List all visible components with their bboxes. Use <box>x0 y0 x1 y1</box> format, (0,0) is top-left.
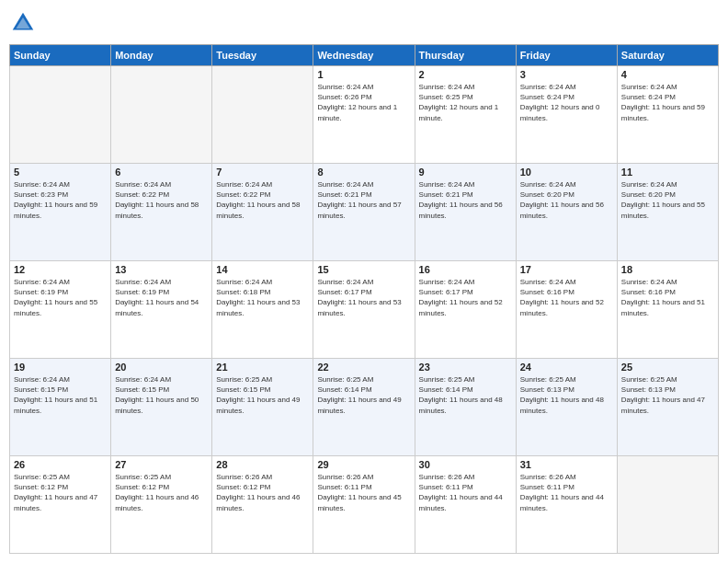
day-number: 31 <box>520 459 613 470</box>
calendar-header-friday: Friday <box>516 45 617 66</box>
calendar-cell: 23Sunrise: 6:25 AMSunset: 6:14 PMDayligh… <box>415 359 516 456</box>
day-number: 11 <box>621 167 714 178</box>
day-number: 13 <box>115 264 208 275</box>
calendar-week-row: 26Sunrise: 6:25 AMSunset: 6:12 PMDayligh… <box>10 456 719 554</box>
day-number: 14 <box>216 264 309 275</box>
day-number: 1 <box>317 69 410 80</box>
day-info: Sunrise: 6:24 AMSunset: 6:19 PMDaylight:… <box>115 277 208 318</box>
day-info: Sunrise: 6:26 AMSunset: 6:12 PMDaylight:… <box>216 472 309 513</box>
day-number: 23 <box>419 362 512 373</box>
day-info: Sunrise: 6:24 AMSunset: 6:20 PMDaylight:… <box>621 179 714 221</box>
day-number: 15 <box>317 264 410 275</box>
day-info: Sunrise: 6:24 AMSunset: 6:16 PMDaylight:… <box>520 277 613 318</box>
calendar-cell: 26Sunrise: 6:25 AMSunset: 6:12 PMDayligh… <box>10 456 111 554</box>
calendar-cell: 31Sunrise: 6:26 AMSunset: 6:11 PMDayligh… <box>516 456 617 554</box>
calendar: SundayMondayTuesdayWednesdayThursdayFrid… <box>9 44 719 554</box>
calendar-cell: 10Sunrise: 6:24 AMSunset: 6:20 PMDayligh… <box>516 164 617 261</box>
day-number: 20 <box>115 362 208 373</box>
day-info: Sunrise: 6:24 AMSunset: 6:21 PMDaylight:… <box>317 179 410 221</box>
day-info: Sunrise: 6:25 AMSunset: 6:14 PMDaylight:… <box>317 374 410 416</box>
calendar-cell: 16Sunrise: 6:24 AMSunset: 6:17 PMDayligh… <box>415 261 516 359</box>
calendar-cell: 29Sunrise: 6:26 AMSunset: 6:11 PMDayligh… <box>313 456 415 554</box>
day-info: Sunrise: 6:26 AMSunset: 6:11 PMDaylight:… <box>317 472 410 513</box>
calendar-cell: 30Sunrise: 6:26 AMSunset: 6:11 PMDayligh… <box>415 456 516 554</box>
day-number: 25 <box>621 362 714 373</box>
calendar-cell <box>10 66 111 164</box>
calendar-cell <box>617 456 718 554</box>
calendar-header-monday: Monday <box>111 45 212 66</box>
calendar-cell: 19Sunrise: 6:24 AMSunset: 6:15 PMDayligh… <box>10 359 111 456</box>
day-info: Sunrise: 6:25 AMSunset: 6:13 PMDaylight:… <box>520 374 613 416</box>
day-number: 30 <box>419 459 512 470</box>
calendar-header-row: SundayMondayTuesdayWednesdayThursdayFrid… <box>10 45 719 66</box>
calendar-week-row: 12Sunrise: 6:24 AMSunset: 6:19 PMDayligh… <box>10 261 719 359</box>
day-number: 5 <box>14 167 107 178</box>
calendar-cell: 24Sunrise: 6:25 AMSunset: 6:13 PMDayligh… <box>516 359 617 456</box>
day-number: 28 <box>216 459 309 470</box>
day-info: Sunrise: 6:25 AMSunset: 6:14 PMDaylight:… <box>419 374 512 416</box>
calendar-week-row: 5Sunrise: 6:24 AMSunset: 6:23 PMDaylight… <box>10 164 719 261</box>
calendar-cell: 15Sunrise: 6:24 AMSunset: 6:17 PMDayligh… <box>313 261 415 359</box>
day-info: Sunrise: 6:24 AMSunset: 6:16 PMDaylight:… <box>621 277 714 318</box>
day-number: 29 <box>317 459 410 470</box>
day-info: Sunrise: 6:25 AMSunset: 6:13 PMDaylight:… <box>621 374 714 416</box>
calendar-cell: 27Sunrise: 6:25 AMSunset: 6:12 PMDayligh… <box>111 456 212 554</box>
day-info: Sunrise: 6:26 AMSunset: 6:11 PMDaylight:… <box>520 472 613 513</box>
day-number: 21 <box>216 362 309 373</box>
day-number: 16 <box>419 264 512 275</box>
day-number: 10 <box>520 167 613 178</box>
calendar-cell: 18Sunrise: 6:24 AMSunset: 6:16 PMDayligh… <box>617 261 718 359</box>
calendar-header-tuesday: Tuesday <box>212 45 313 66</box>
day-info: Sunrise: 6:24 AMSunset: 6:15 PMDaylight:… <box>14 374 107 416</box>
calendar-cell <box>212 66 313 164</box>
day-number: 27 <box>115 459 208 470</box>
calendar-cell: 7Sunrise: 6:24 AMSunset: 6:22 PMDaylight… <box>212 164 313 261</box>
day-info: Sunrise: 6:24 AMSunset: 6:17 PMDaylight:… <box>317 277 410 318</box>
calendar-cell: 21Sunrise: 6:25 AMSunset: 6:15 PMDayligh… <box>212 359 313 456</box>
calendar-cell: 6Sunrise: 6:24 AMSunset: 6:22 PMDaylight… <box>111 164 212 261</box>
logo <box>9 9 39 37</box>
day-info: Sunrise: 6:24 AMSunset: 6:15 PMDaylight:… <box>115 374 208 416</box>
calendar-header-saturday: Saturday <box>617 45 718 66</box>
day-number: 9 <box>419 167 512 178</box>
day-number: 19 <box>14 362 107 373</box>
day-info: Sunrise: 6:24 AMSunset: 6:18 PMDaylight:… <box>216 277 309 318</box>
day-info: Sunrise: 6:24 AMSunset: 6:25 PMDaylight:… <box>419 82 512 123</box>
calendar-header-thursday: Thursday <box>415 45 516 66</box>
day-number: 12 <box>14 264 107 275</box>
logo-icon <box>9 9 37 37</box>
calendar-cell <box>111 66 212 164</box>
calendar-cell: 28Sunrise: 6:26 AMSunset: 6:12 PMDayligh… <box>212 456 313 554</box>
day-info: Sunrise: 6:24 AMSunset: 6:22 PMDaylight:… <box>216 179 309 221</box>
day-number: 2 <box>419 69 512 80</box>
calendar-week-row: 1Sunrise: 6:24 AMSunset: 6:26 PMDaylight… <box>10 66 719 164</box>
calendar-cell: 11Sunrise: 6:24 AMSunset: 6:20 PMDayligh… <box>617 164 718 261</box>
calendar-cell: 22Sunrise: 6:25 AMSunset: 6:14 PMDayligh… <box>313 359 415 456</box>
calendar-cell: 14Sunrise: 6:24 AMSunset: 6:18 PMDayligh… <box>212 261 313 359</box>
calendar-header-sunday: Sunday <box>10 45 111 66</box>
calendar-cell: 25Sunrise: 6:25 AMSunset: 6:13 PMDayligh… <box>617 359 718 456</box>
day-info: Sunrise: 6:26 AMSunset: 6:11 PMDaylight:… <box>419 472 512 513</box>
day-info: Sunrise: 6:24 AMSunset: 6:22 PMDaylight:… <box>115 179 208 221</box>
day-number: 24 <box>520 362 613 373</box>
day-info: Sunrise: 6:24 AMSunset: 6:26 PMDaylight:… <box>317 82 410 123</box>
header <box>9 9 719 37</box>
day-info: Sunrise: 6:24 AMSunset: 6:20 PMDaylight:… <box>520 179 613 221</box>
calendar-body: 1Sunrise: 6:24 AMSunset: 6:26 PMDaylight… <box>10 66 719 554</box>
day-number: 17 <box>520 264 613 275</box>
day-number: 6 <box>115 167 208 178</box>
day-info: Sunrise: 6:24 AMSunset: 6:19 PMDaylight:… <box>14 277 107 318</box>
day-info: Sunrise: 6:25 AMSunset: 6:12 PMDaylight:… <box>14 472 107 513</box>
calendar-cell: 2Sunrise: 6:24 AMSunset: 6:25 PMDaylight… <box>415 66 516 164</box>
calendar-cell: 8Sunrise: 6:24 AMSunset: 6:21 PMDaylight… <box>313 164 415 261</box>
calendar-header-wednesday: Wednesday <box>313 45 415 66</box>
day-info: Sunrise: 6:24 AMSunset: 6:24 PMDaylight:… <box>520 82 613 123</box>
day-number: 18 <box>621 264 714 275</box>
calendar-cell: 1Sunrise: 6:24 AMSunset: 6:26 PMDaylight… <box>313 66 415 164</box>
day-number: 7 <box>216 167 309 178</box>
day-info: Sunrise: 6:24 AMSunset: 6:21 PMDaylight:… <box>419 179 512 221</box>
calendar-cell: 5Sunrise: 6:24 AMSunset: 6:23 PMDaylight… <box>10 164 111 261</box>
calendar-cell: 3Sunrise: 6:24 AMSunset: 6:24 PMDaylight… <box>516 66 617 164</box>
calendar-cell: 13Sunrise: 6:24 AMSunset: 6:19 PMDayligh… <box>111 261 212 359</box>
day-info: Sunrise: 6:25 AMSunset: 6:15 PMDaylight:… <box>216 374 309 416</box>
